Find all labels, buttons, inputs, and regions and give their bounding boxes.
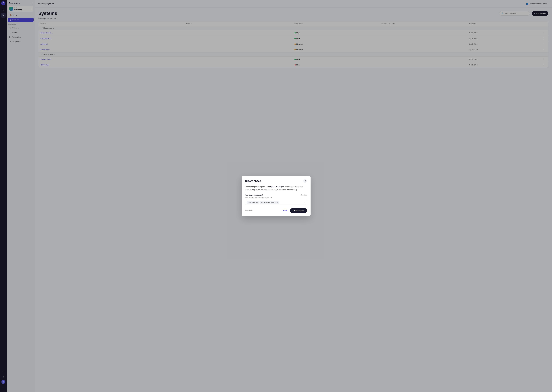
tag-craig-remove[interactable]: ✕ [277,202,278,203]
create-space-modal: Create space ✕ Who manages this space? A… [241,175,311,217]
modal-footer: Step 3 of 3 Back Create space [245,208,307,213]
tag-craig-label: craig@pineapple.com [261,202,276,203]
modal-close-button[interactable]: ✕ [303,179,307,183]
tag-kuba-remove[interactable]: ✕ [257,202,258,203]
field-label-row: Add space manager(s) Required [245,194,307,196]
tag-craig: craig@pineapple.com ✕ [260,201,279,204]
modal-header: Create space ✕ [245,179,307,183]
modal-description: Who manages this space? Add Space Manage… [245,185,307,191]
manager-tags-input[interactable]: Kuba Martins ✕ craig@pineapple.com ✕ ⌄ [245,200,307,205]
field-label: Add space manager(s) [245,194,263,196]
field-required: Required [301,194,307,196]
modal-title: Create space [245,180,261,182]
manager-input-field[interactable] [280,201,303,203]
back-button[interactable]: Back [281,209,289,213]
create-space-button[interactable]: Create space [290,208,307,213]
field-hint: Type name or email, comma separated [245,197,307,199]
step-label: Step 3 of 3 [245,210,253,211]
modal-overlay[interactable]: Create space ✕ Who manages this space? A… [0,0,552,392]
tag-kuba-label: Kuba Martins [248,202,257,203]
footer-actions: Back Create space [281,208,307,213]
tag-kuba: Kuba Martins ✕ [247,201,260,204]
tags-chevron-icon: ⌄ [304,202,305,203]
